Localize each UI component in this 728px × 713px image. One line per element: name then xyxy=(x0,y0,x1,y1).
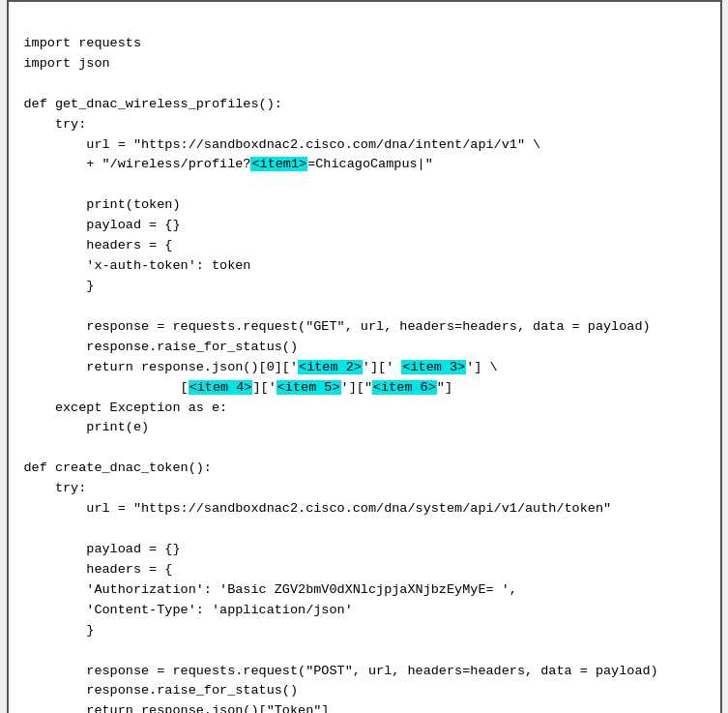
item3-highlight: <item 3> xyxy=(401,360,466,374)
item1-highlight: <item1> xyxy=(250,157,307,171)
item6-highlight: <item 6> xyxy=(372,380,437,395)
item4-highlight: <item 4> xyxy=(189,380,253,395)
line-1: import requests import json def get_dnac… xyxy=(24,36,658,713)
code-block: import requests import json def get_dnac… xyxy=(7,0,722,713)
item2-highlight: <item 2> xyxy=(298,360,363,374)
item5-highlight: <item 5> xyxy=(277,380,341,395)
